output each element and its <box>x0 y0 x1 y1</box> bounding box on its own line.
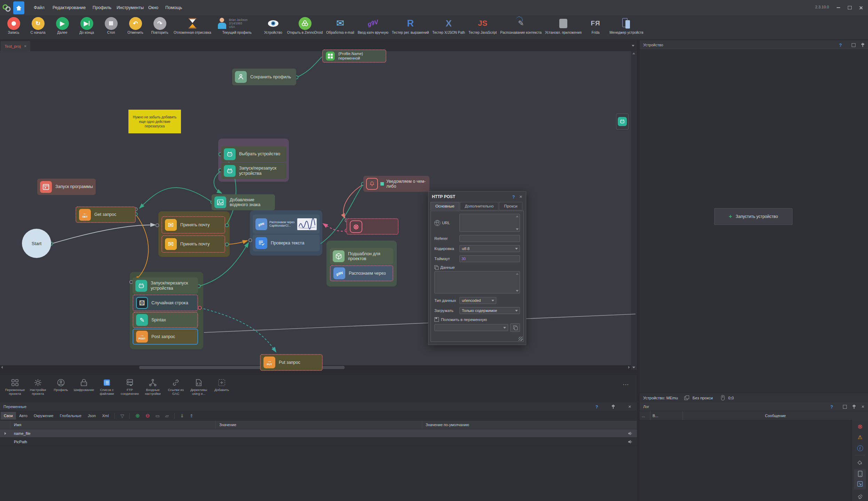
speaker-icon[interactable] <box>628 440 637 444</box>
sticky-note[interactable]: Нужно не забыть добавить еще одно действ… <box>128 110 181 133</box>
encryption-button[interactable]: Шифрование <box>72 377 95 392</box>
node-run-program[interactable]: Запуск программы <box>37 179 96 195</box>
node-text-check[interactable]: Проверка текста <box>253 235 319 251</box>
clear-log-icon[interactable] <box>856 493 864 500</box>
expand-icon[interactable] <box>857 481 863 488</box>
dialog-tit1ebar[interactable]: HTTP POST ? ✕ <box>428 191 526 202</box>
log-col-message[interactable]: Сообщение <box>683 411 868 420</box>
close-button[interactable] <box>856 5 865 10</box>
node-get-request[interactable]: ←GET Get запрос <box>76 206 136 223</box>
url-input[interactable] <box>459 214 520 232</box>
run-to-end-button[interactable]: ▶ До конца <box>74 15 99 34</box>
dialog-help-icon[interactable]: ? <box>512 194 515 199</box>
context-recognition-button[interactable]: ✎ Распознавание контекста <box>498 15 543 34</box>
node-notify[interactable]: Уведомляем о чем-либо <box>363 176 429 192</box>
tab-list-dropdown-icon[interactable] <box>632 45 634 47</box>
copy-to-variable-button[interactable] <box>510 323 520 332</box>
menu-edit[interactable]: Редактирование <box>48 0 90 15</box>
close-panel-icon[interactable]: ✕ <box>628 405 631 409</box>
dialog-close-icon[interactable]: ✕ <box>519 195 522 199</box>
datatype-select[interactable]: urlencoded <box>459 297 496 304</box>
more-items-button[interactable]: ... <box>623 381 629 386</box>
node-put-request[interactable]: →PUT Put запрос <box>260 354 323 371</box>
error-filter-icon[interactable]: ⊗ <box>856 423 864 430</box>
remove-variable-icon[interactable]: ⊖ <box>143 413 153 419</box>
column-value[interactable]: Значение <box>216 421 422 429</box>
node-select-device[interactable]: Выбрать устройство <box>221 146 286 162</box>
column-default[interactable]: Значение по-умолчанию <box>422 421 637 429</box>
help-icon[interactable]: ? <box>830 404 833 409</box>
canvas-vertical-scrollbar[interactable] <box>631 51 637 370</box>
step-button[interactable]: ▶ Далее <box>50 15 74 34</box>
minimize-button[interactable] <box>834 5 843 10</box>
frame-icon[interactable]: ▭ <box>153 413 163 418</box>
node-post-request[interactable]: →POST Post запрос <box>133 329 198 345</box>
fill-icon[interactable] <box>856 459 864 466</box>
pin-icon[interactable] <box>861 43 865 47</box>
variables-tab-xml[interactable]: Xml <box>99 412 112 420</box>
manual-captcha-button[interactable]: g9V Ввод капч вручную <box>356 15 390 34</box>
restart-button[interactable]: ↻ С начала <box>26 15 50 34</box>
node-subtemplate[interactable]: Подшаблон для проектов <box>330 248 393 265</box>
menu-help[interactable]: Помощь <box>161 0 187 15</box>
maximize-panel-icon[interactable] <box>843 405 847 409</box>
device-quick-button[interactable] <box>616 113 629 130</box>
table-row[interactable]: name_file <box>0 429 637 438</box>
add-item-button[interactable]: Добавить <box>210 377 233 392</box>
menu-window[interactable]: Окно <box>144 0 163 15</box>
dialog-tab-proxy[interactable]: Прокси <box>499 202 522 210</box>
stop-button[interactable]: Стоп <box>99 15 123 34</box>
device-view-button[interactable]: Устройство <box>261 15 285 34</box>
load-select[interactable]: Только содержимое <box>459 307 520 314</box>
pin-icon[interactable] <box>852 405 856 409</box>
menu-file[interactable]: Файл <box>29 0 49 15</box>
node-spintax[interactable]: ✎ Spintax <box>133 312 198 328</box>
frida-button[interactable]: FЯ Frida <box>583 15 608 34</box>
variables-tab-own[interactable]: Свои <box>1 412 16 420</box>
node-mail-1[interactable]: ✉ Принять почту <box>161 216 225 234</box>
timeout-input[interactable]: 30 <box>459 255 520 262</box>
launch-device-button[interactable]: + Запустить устройство <box>714 208 792 225</box>
move-down-icon[interactable]: ⇓ <box>177 413 187 418</box>
file-list-button[interactable]: Список с файлами <box>95 377 118 396</box>
node-start[interactable]: Start <box>22 229 51 258</box>
column-name[interactable]: Имя <box>10 421 216 429</box>
node-watermark[interactable]: Добавление водяного знака <box>212 194 275 210</box>
node-random-string[interactable]: ⚄ Случайная строка <box>133 295 198 311</box>
data-input[interactable] <box>434 271 520 293</box>
using-directives-button[interactable]: Директивы using и... <box>187 377 210 396</box>
log-col-dots[interactable]: ... <box>640 411 650 420</box>
speaker-icon[interactable] <box>628 431 637 436</box>
node-recognize-capmonster[interactable]: g9N Распознаем через CapMonsterCl... <box>253 214 319 234</box>
redo-button[interactable]: ↷ Повторить <box>148 15 172 34</box>
open-in-zennodroid-button[interactable]: Открыть в ZennoDroid <box>285 15 324 34</box>
close-panel-icon[interactable]: ✕ <box>861 405 865 409</box>
referer-input[interactable] <box>459 235 520 242</box>
ftp-connections-button[interactable]: FTP соединение <box>118 377 141 396</box>
resize-grip[interactable] <box>519 337 523 341</box>
phone-view-icon[interactable] <box>858 471 862 478</box>
dialog-tab-advanced[interactable]: Дополнительно <box>460 202 499 210</box>
menu-profile[interactable]: Профиль <box>88 0 116 15</box>
eraser-icon[interactable]: ▱ <box>163 413 172 418</box>
http-post-dialog[interactable]: HTTP POST ? ✕ Основные Дополнительно Про… <box>428 191 526 345</box>
tab-close-icon[interactable]: ✕ <box>24 45 27 48</box>
log-col-time[interactable]: В... <box>650 411 683 420</box>
help-icon[interactable]: ? <box>839 42 842 48</box>
node-recognize-via[interactable]: g9N Распознаем через <box>330 265 393 281</box>
warning-filter-icon[interactable]: ⚠ <box>856 433 864 441</box>
info-filter-icon[interactable]: i <box>856 444 864 452</box>
record-button[interactable]: Запись <box>1 15 26 34</box>
input-settings-button[interactable]: Входные настройки <box>141 377 164 396</box>
add-variable-icon[interactable]: ⊕ <box>133 413 143 419</box>
maximize-panel-icon[interactable] <box>852 43 855 47</box>
help-icon[interactable]: ? <box>595 404 598 409</box>
node-restart-device-top[interactable]: Запуск/перезапуск устройства <box>221 163 286 179</box>
installed-apps-button[interactable]: Установл. приложения <box>543 15 583 34</box>
move-up-icon[interactable]: ⇑ <box>187 413 196 418</box>
encoding-select[interactable]: utf-8 <box>459 245 520 252</box>
gac-links-button[interactable]: Ссылки из GAC <box>164 377 187 396</box>
js-tester-button[interactable]: JS Тестер JavaScript <box>467 15 498 34</box>
maximize-button[interactable] <box>845 5 854 10</box>
current-profile-button[interactable]: Brian Jackson 2/14/1993 USA Текущий проф… <box>213 15 261 34</box>
